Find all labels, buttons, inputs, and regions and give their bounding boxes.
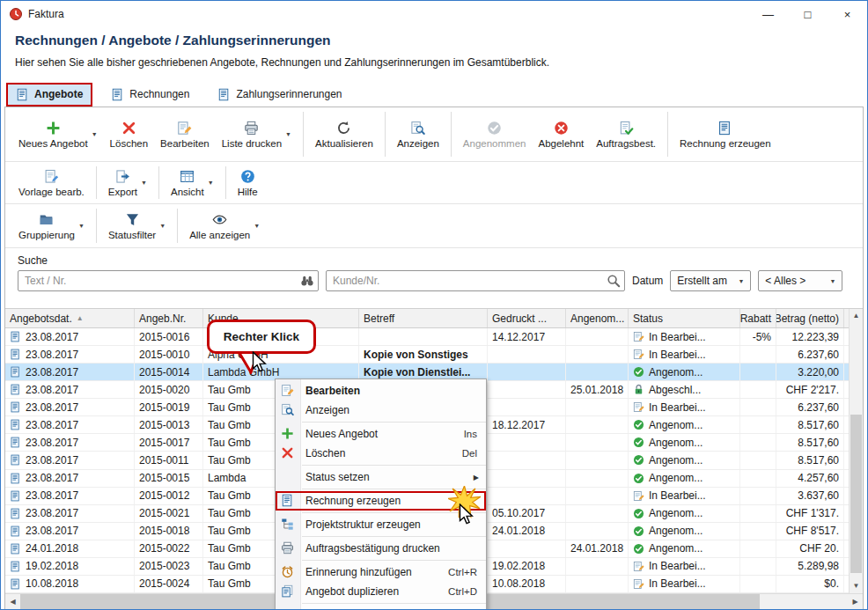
column-header-betreff[interactable]: Betreff	[359, 309, 488, 327]
magnifier-icon[interactable]	[607, 274, 621, 288]
help-icon	[240, 169, 255, 184]
cell-nr: 2015-0014	[135, 364, 203, 380]
scroll-right-button[interactable]: ▶	[848, 598, 863, 606]
customer-search-input[interactable]	[326, 270, 625, 291]
alle-anzeigen-button[interactable]: Alle anzeigen▼	[183, 209, 266, 243]
cell-text: 23.08.2017	[26, 454, 78, 467]
ansicht-button[interactable]: Ansicht▼	[165, 166, 220, 200]
cell-text: 10.08.2018	[26, 577, 78, 590]
minimize-button[interactable]: —	[748, 1, 788, 27]
cell-text: Tau Gmb	[208, 560, 251, 572]
invoice-icon	[10, 561, 21, 572]
cell-rabatt	[740, 540, 776, 557]
menu-item-loeschen[interactable]: LöschenDel	[276, 444, 486, 463]
liste-drucken-button[interactable]: Liste drucken▼	[216, 118, 298, 151]
scroll-up-button[interactable]: ▲	[850, 309, 863, 323]
anzeigen-button[interactable]: Anzeigen	[391, 118, 445, 151]
menu-item-bearbeiten[interactable]: Bearbeiten	[276, 381, 486, 401]
table-row[interactable]: 23.08.20172015-001614.12.2017In Bearbei.…	[5, 328, 849, 346]
invoice-icon	[10, 437, 21, 448]
menu-shortcut: Ins	[450, 429, 477, 439]
menu-separator	[302, 465, 486, 466]
cell-betrag: CHF 2'217.	[776, 381, 844, 398]
date-range-select[interactable]: < Alles > ▼	[758, 270, 842, 291]
column-header-betrag-netto[interactable]: Betrag (netto)	[776, 309, 844, 327]
column-header-status[interactable]: Status	[629, 309, 740, 327]
filter-icon	[125, 212, 140, 227]
dropdown-arrow-icon[interactable]: ▼	[285, 131, 291, 137]
x-red-icon	[121, 121, 136, 136]
dropdown-arrow-icon[interactable]: ▼	[78, 223, 85, 229]
cell-status: Angenom...	[629, 540, 740, 557]
mouse-cursor-icon	[458, 503, 474, 526]
column-header-angeb-nr[interactable]: Angeb.Nr.	[135, 309, 203, 327]
menu-item-erinnerung-hinzufuegen[interactable]: Erinnerung hinzufügenCtrl+R	[276, 562, 486, 582]
status-edit-icon	[633, 578, 644, 590]
title-bar: Faktura — □ ×	[1, 1, 867, 27]
binoculars-icon[interactable]	[300, 274, 314, 288]
cell-text: Tau Gmb	[208, 507, 251, 519]
dropdown-arrow-icon[interactable]: ▼	[141, 180, 147, 186]
cell-betrag: 12.223,39	[776, 328, 844, 345]
invoice-icon	[10, 331, 21, 342]
column-header-rabatt[interactable]: Rabatt	[740, 309, 776, 327]
column-header-angebotsdat[interactable]: Angebotsdat.▲	[5, 309, 135, 327]
menu-shortcut: Ctrl+R	[434, 567, 477, 577]
column-header-gedruckt[interactable]: Gedruckt ...	[488, 309, 566, 327]
cell-text: 19.02.2018	[26, 560, 78, 572]
menu-item-label: Angebot duplizieren	[305, 585, 399, 598]
dropdown-arrow-icon[interactable]: ▼	[92, 131, 98, 137]
table-row[interactable]: 23.08.20172015-0010Alpha GmbHKopie von S…	[5, 346, 849, 364]
column-label: Rabatt	[740, 312, 771, 325]
cell-text: Tau Gmb	[208, 454, 251, 467]
cell-text: 2015-0020	[139, 384, 189, 396]
hilfe-button[interactable]: Hilfe	[232, 166, 264, 200]
dropdown-arrow-icon[interactable]: ▼	[159, 223, 166, 229]
menu-item-neues-angebot[interactable]: Neues AngebotIns	[276, 424, 486, 444]
vertical-scrollbar[interactable]: ▲ ▼	[849, 309, 863, 593]
cell-betrag: CHF 20.	[776, 540, 844, 557]
export-button[interactable]: Export▼	[102, 166, 153, 200]
statusfilter-button[interactable]: Statusfilter▼	[102, 209, 172, 243]
loeschen-button[interactable]: Löschen	[104, 118, 154, 151]
auftragsbest-button[interactable]: Auftragsbest.	[590, 118, 662, 151]
cell-rabatt	[740, 416, 776, 433]
text-search-input[interactable]	[18, 270, 319, 291]
plus-icon	[281, 427, 294, 440]
date-field-select[interactable]: Erstellt am ▼	[670, 270, 751, 291]
menu-item-anzeigen[interactable]: Anzeigen	[276, 401, 486, 420]
maximize-button[interactable]: □	[788, 1, 828, 27]
dropdown-arrow-icon[interactable]: ▼	[208, 180, 214, 186]
cell-betrag: $0.	[776, 576, 844, 592]
menu-item-angebot-duplizieren[interactable]: Angebot duplizierenCtrl+D	[276, 582, 486, 601]
scroll-down-button[interactable]: ▼	[850, 579, 863, 593]
button-label: Rechnung erzeugen	[680, 138, 771, 149]
tab-rechnungen[interactable]: Rechnungen	[103, 85, 197, 105]
cell-text: -5%	[753, 331, 771, 343]
rechnung-erzeugen-button[interactable]: Rechnung erzeugen	[673, 118, 777, 151]
cell-text: CHF 20.	[799, 542, 839, 555]
cell-nr: 2015-0011	[135, 452, 203, 468]
cell-status: In Bearbei...	[629, 558, 740, 575]
toolbar-divider	[96, 166, 97, 199]
vertical-scroll-thumb[interactable]	[850, 415, 862, 574]
menu-item-auftragsbestaetigung-drucken[interactable]: Auftragsbestätigung drucken	[276, 539, 486, 558]
gruppierung-button[interactable]: Gruppierung▼	[12, 209, 91, 243]
menu-item-status-setzen[interactable]: Status setzen▶	[276, 467, 486, 487]
abgelehnt-button[interactable]: Abgelehnt	[532, 118, 590, 151]
neues-angebot-button[interactable]: Neues Angebot▼	[12, 118, 104, 151]
tab-zahlungserinnerungen[interactable]: Zahlungserinnerungen	[210, 85, 349, 105]
button-label: Hilfe	[238, 187, 258, 197]
vorlage-bearb-button[interactable]: Vorlage bearb.	[12, 166, 91, 200]
cell-angenommen	[566, 399, 629, 415]
customer-search-wrap	[326, 270, 625, 291]
cell-text: 23.08.2017	[26, 401, 78, 414]
column-header-angenom[interactable]: Angenom...	[566, 309, 629, 327]
scroll-left-button[interactable]: ◀	[5, 598, 20, 606]
close-button[interactable]: ×	[828, 1, 867, 27]
aktualisieren-button[interactable]: Aktualisieren	[309, 118, 379, 151]
dropdown-arrow-icon[interactable]: ▼	[254, 223, 260, 229]
toolbar-row-2: Vorlage bearb.Export▼Ansicht▼Hilfe	[5, 162, 863, 204]
tab-angebote[interactable]: Angebote	[8, 85, 91, 105]
bearbeiten-button[interactable]: Bearbeiten	[154, 118, 216, 151]
